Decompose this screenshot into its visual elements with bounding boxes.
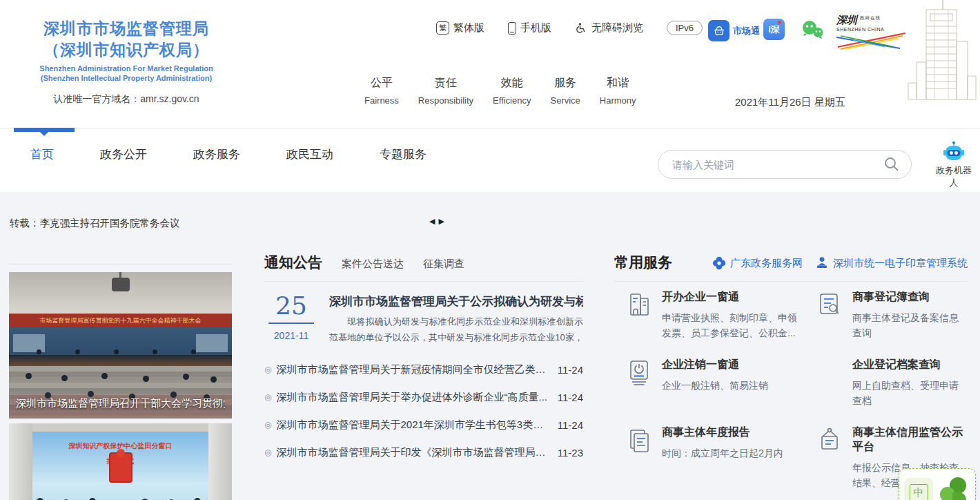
featured-title[interactable]: 深圳市市场监督管理局关于公示拟确认为研发与标... — [329, 294, 583, 309]
value-en: Service — [550, 95, 580, 106]
conference-banner-text: 市场监督管理局宣传贯彻党的十九届六中全会精神干部大会 — [9, 314, 232, 327]
org-subtitle-line1: Shenzhen Administration For Market Regul… — [19, 64, 233, 73]
tab-surveys[interactable]: 征集调查 — [423, 258, 464, 272]
value-zh: 公平 — [364, 76, 399, 90]
featured-summary: 现将拟确认为研发与标准化同步示范企业和深圳标准创新示范基地的单位予以公示，其中研… — [329, 314, 583, 347]
featured-notice[interactable]: 25 2021-11 深圳市市场监督管理局关于公示拟确认为研发与标... 现将拟… — [264, 282, 583, 347]
core-values: 公平Fairness 责任Responsibility 效能Efficiency… — [364, 76, 636, 106]
search-box[interactable] — [658, 150, 912, 179]
notice-list-item[interactable]: ◎ 深圳市市场监督管理局关于新冠疫情期间全市仅经营乙类非... 11-24 — [264, 356, 583, 383]
city-logo-zh: 深圳 — [836, 14, 857, 27]
official-domain-label: 认准唯一官方域名：amr.sz.gov.cn — [19, 93, 233, 106]
services-title: 常用服务 — [614, 253, 672, 272]
mobile-label: 手机版 — [520, 21, 551, 35]
stacked-documents-icon — [625, 425, 653, 456]
ishenzhen-app-link[interactable]: i深 — [763, 19, 785, 40]
carousel-slide-2[interactable]: 深圳知识产权保护中心盐田分窗口 揭牌仪式 — [9, 423, 232, 500]
notice-list-item[interactable]: ◎ 深圳市市场监督管理局关于2021年深圳市学生书包等3类产... 11-24 — [264, 411, 583, 439]
photo-projector — [112, 278, 130, 291]
clover-leaves-icon — [939, 477, 969, 500]
services-section: 常用服务 广东政务服务网 — [614, 253, 968, 490]
site-logo[interactable]: 深圳市市场监督管理局 （深圳市知识产权局） Shenzhen Administr… — [19, 18, 233, 106]
notice-list-item[interactable]: ◎ 深圳市市场监督管理局关于印发《深圳市市场监督管理局商... 11-23 — [264, 439, 583, 466]
market-app-label: 市场通 — [733, 25, 760, 37]
notice-list: ◎ 深圳市市场监督管理局关于新冠疫情期间全市仅经营乙类非... 11-24 ◎ … — [264, 356, 583, 466]
nav-item-gov-services[interactable]: 政务服务 — [193, 146, 240, 162]
flower-icon — [712, 256, 726, 270]
power-book-icon — [625, 358, 653, 388]
news-ticker-link[interactable]: 转载：李克强主持召开国务院常务会议 — [10, 217, 180, 230]
clean-governance-widget[interactable]: 中 — [899, 468, 976, 500]
traditional-icon: 繁 — [436, 21, 449, 35]
wechat-icon — [801, 19, 825, 40]
ipv6-badge[interactable]: IPv6 — [667, 21, 703, 35]
ticker-next-icon[interactable]: ▶ — [438, 217, 444, 226]
service-archive-search[interactable]: 企业登记档案查询 网上自助查档、受理申请查档 — [816, 358, 968, 409]
value-en: Responsibility — [418, 95, 473, 106]
building-icon — [625, 290, 653, 320]
search-input[interactable] — [672, 159, 883, 171]
value-zh: 责任 — [418, 76, 473, 90]
document-search-icon — [816, 290, 843, 320]
current-date: 2021年11月26日 星期五 — [735, 96, 845, 109]
service-deregistration[interactable]: 企业注销一窗通 企业一般注销、简易注销 — [625, 358, 806, 409]
bullet-icon: ◎ — [264, 420, 271, 430]
gov-robot-button[interactable]: 政务机器人 — [932, 141, 976, 189]
eseal-system-link[interactable]: 深圳市统一电子印章管理系统 — [815, 256, 968, 270]
photo-desk — [9, 355, 232, 366]
building-sketch — [903, 0, 980, 107]
org-title-line1: 深圳市市场监督管理局 — [19, 18, 233, 39]
value-en: Fairness — [364, 95, 399, 106]
bullet-icon: ◎ — [264, 392, 271, 402]
tab-case-announcements[interactable]: 案件公告送达 — [342, 258, 404, 272]
nav-item-interaction[interactable]: 政民互动 — [286, 146, 333, 162]
wechat-link[interactable] — [801, 19, 825, 40]
mobile-version-link[interactable]: 手机版 — [508, 21, 551, 35]
bullet-icon: ◎ — [264, 365, 271, 374]
stamp-icon — [815, 256, 829, 270]
nav-item-home[interactable]: 首页 — [30, 146, 54, 162]
value-zh: 服务 — [550, 76, 580, 90]
wheelchair-icon — [575, 22, 587, 35]
accessibility-label: 无障碍浏览 — [591, 21, 643, 35]
service-open-business[interactable]: 开办企业一窗通 申请营业执照、刻制印章、申领发票、员工参保登记、公积金... — [625, 290, 806, 341]
ishenzhen-app-icon: i深 — [763, 19, 785, 40]
ishenzhen-app-dot — [778, 21, 781, 24]
notices-title: 通知公告 — [264, 253, 322, 272]
featured-day: 25 — [268, 294, 314, 324]
service-registry-search[interactable]: 商事登记簿查询 商事主体登记及备案信息查询 — [816, 290, 968, 341]
org-subtitle-line2: (Shenzhen Intellectual Property Administ… — [19, 73, 233, 83]
service-annual-report[interactable]: 商事主体年度报告 时间：成立周年之日起2月内 — [625, 425, 806, 491]
city-logo-ribbon — [836, 32, 911, 50]
photo-officials — [37, 349, 41, 354]
widget-char: 中 — [910, 484, 928, 500]
city-logo-sub: 政府在线 — [860, 15, 881, 21]
carousel-slide-1[interactable]: 市场监督管理局宣传贯彻党的十九届六中全会精神干部大会 深圳市市场监督管理局召开干… — [9, 272, 232, 419]
value-zh: 和谐 — [600, 76, 636, 90]
guangdong-gov-link[interactable]: 广东政务服务网 — [712, 256, 803, 270]
notices-section: 通知公告 案件公告送达 征集调查 25 2021-11 深圳市市场监督管理局关于… — [264, 253, 583, 466]
phone-icon — [508, 22, 516, 35]
market-app-link[interactable]: 市场通 — [708, 20, 760, 41]
active-tab-indicator — [14, 128, 75, 132]
nav-item-gov-info[interactable]: 政务公开 — [100, 146, 147, 162]
value-en: Efficiency — [493, 95, 531, 106]
bullet-icon: ◎ — [264, 448, 271, 457]
notice-list-item[interactable]: ◎ 深圳市市场监督管理局关于举办促进体外诊断企业“高质量... 11-24 — [264, 383, 583, 411]
traditional-chinese-link[interactable]: 繁 繁体版 — [436, 21, 484, 35]
hanging-board-icon — [816, 425, 843, 456]
accessibility-link[interactable]: 无障碍浏览 — [575, 21, 643, 35]
photo-audience-seats — [9, 366, 232, 419]
featured-month: 2021-11 — [264, 330, 318, 341]
value-zh: 效能 — [493, 76, 531, 90]
ticker-prev-icon[interactable]: ◀ — [429, 217, 435, 226]
robot-icon — [942, 141, 966, 163]
main-content: 转载：李克强主持召开国务院常务会议 ◀ ▶ 市场监督管理局宣传贯彻党的十九届六中… — [0, 192, 980, 500]
main-navbar: 首页 政务公开 政务服务 政民互动 专题服务 政务机器人 — [0, 128, 980, 192]
nav-item-special[interactable]: 专题服务 — [380, 146, 427, 162]
search-icon[interactable] — [883, 156, 900, 173]
carousel-caption: 深圳市市场监督管理局召开干部大会学习贯彻党的十... — [16, 397, 225, 410]
news-carousel: 市场监督管理局宣传贯彻党的十九届六中全会精神干部大会 深圳市市场监督管理局召开干… — [9, 264, 232, 500]
widget-char-box: 中 — [904, 478, 933, 500]
icon-placeholder — [816, 358, 843, 388]
